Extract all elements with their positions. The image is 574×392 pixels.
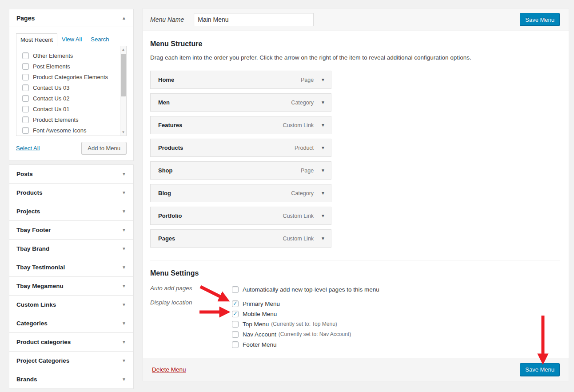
- page-checklist-label: Product Elements: [33, 116, 79, 123]
- chevron-down-icon[interactable]: ▼: [321, 77, 325, 82]
- checkbox[interactable]: ✓: [22, 106, 29, 112]
- pages-panel-header[interactable]: Pages ▲: [9, 9, 133, 27]
- menu-item-type: Product: [295, 145, 314, 151]
- menu-item[interactable]: Portfolio Custom Link ▼: [150, 207, 331, 225]
- auto-add-pages-option[interactable]: ✓ Automatically add new top-level pages …: [232, 284, 379, 294]
- chevron-down-icon: ▼: [122, 340, 126, 344]
- chevron-down-icon[interactable]: ▼: [321, 145, 325, 150]
- scroll-down-icon[interactable]: ▼: [120, 129, 126, 136]
- accordion-label: Posts: [16, 171, 33, 177]
- page-checklist-label: Other Elements: [33, 52, 73, 59]
- menu-structure-description: Drag each item into the order you prefer…: [150, 54, 560, 61]
- chevron-down-icon: ▼: [122, 358, 126, 363]
- display-location-option[interactable]: ✓ Top Menu (Currently set to: Top Menu): [232, 319, 351, 329]
- chevron-down-icon[interactable]: ▼: [321, 191, 325, 196]
- location-checkbox[interactable]: ✓: [232, 321, 239, 328]
- menu-item[interactable]: Blog Category ▼: [150, 184, 331, 202]
- location-checkbox[interactable]: ✓: [232, 331, 239, 338]
- add-to-menu-button[interactable]: Add to Menu: [81, 142, 127, 154]
- auto-add-pages-row: Auto add pages ✓ Automatically add new t…: [150, 284, 560, 294]
- menu-item[interactable]: Products Product ▼: [150, 139, 331, 157]
- menu-item[interactable]: Shop Page ▼: [150, 161, 331, 180]
- menu-settings-title: Menu Settings: [150, 269, 560, 277]
- page-checklist-item[interactable]: ✓ Contact Us 03: [22, 82, 118, 93]
- sidebar-accordion-row[interactable]: Posts ▼: [9, 164, 134, 184]
- sidebar-accordion-row[interactable]: Tbay Testimonial ▼: [9, 258, 134, 277]
- display-location-option[interactable]: ✓ Mobile Menu: [232, 309, 351, 319]
- menu-item[interactable]: Men Category ▼: [150, 93, 331, 112]
- display-location-option[interactable]: ✓ Nav Account (Currently set to: Nav Acc…: [232, 329, 351, 339]
- checkbox[interactable]: ✓: [22, 116, 29, 123]
- sidebar-accordion-row[interactable]: Project Categories ▼: [9, 351, 134, 370]
- chevron-down-icon[interactable]: ▼: [321, 236, 325, 241]
- page-checklist-item[interactable]: ✓ Font Awesome Icons: [22, 125, 118, 136]
- location-checkbox[interactable]: ✓: [232, 300, 239, 307]
- tab-view-all[interactable]: View All: [57, 33, 86, 46]
- delete-menu-link[interactable]: Delete Menu: [152, 366, 186, 373]
- save-menu-button-top[interactable]: Save Menu: [520, 13, 560, 26]
- menu-item-label: Men: [158, 99, 291, 106]
- chevron-down-icon[interactable]: ▼: [321, 123, 325, 128]
- location-current-note: (Currently set to: Nav Account): [279, 331, 351, 337]
- checkbox[interactable]: ✓: [22, 127, 29, 134]
- chevron-down-icon[interactable]: ▼: [321, 100, 325, 105]
- page-checklist-item[interactable]: ✓ Contact Us 01: [22, 104, 118, 114]
- accordion-label: Tbay Brand: [16, 245, 49, 252]
- checkbox[interactable]: ✓: [22, 63, 29, 70]
- menu-item-label: Pages: [158, 235, 283, 242]
- checkbox[interactable]: ✓: [22, 84, 29, 91]
- location-label: Mobile Menu: [243, 311, 277, 317]
- sidebar-accordion-row[interactable]: Categories ▼: [9, 314, 134, 333]
- chevron-up-icon[interactable]: ▲: [122, 16, 126, 20]
- pages-checklist: ▲ ▼ ✓ Other Elements ✓ Post Elements: [16, 46, 127, 136]
- sidebar-accordion-row[interactable]: Tbay Megamenu ▼: [9, 276, 134, 296]
- accordion-label: Products: [16, 189, 43, 196]
- page-checklist-item[interactable]: ✓ Contact Us 02: [22, 93, 118, 104]
- scroll-up-icon[interactable]: ▲: [120, 46, 126, 53]
- pages-panel-title: Pages: [16, 15, 35, 22]
- section-divider: [150, 260, 560, 260]
- page-checklist-item[interactable]: ✓ Product Elements: [22, 114, 118, 125]
- save-menu-button-bottom[interactable]: Save Menu: [520, 363, 560, 376]
- chevron-down-icon[interactable]: ▼: [321, 168, 325, 173]
- sidebar-accordions: Posts ▼ Products ▼ Projects ▼ Tbay Foote…: [9, 164, 134, 389]
- checkbox[interactable]: ✓: [22, 52, 29, 59]
- sidebar: Pages ▲ Most Recent View All Search ▲ ▼: [9, 9, 134, 389]
- location-checkbox[interactable]: ✓: [232, 311, 239, 317]
- chevron-down-icon[interactable]: ▼: [321, 213, 325, 218]
- sidebar-accordion-row[interactable]: Tbay Brand ▼: [9, 239, 134, 258]
- sidebar-accordion-row[interactable]: Projects ▼: [9, 202, 134, 221]
- sidebar-accordion-row[interactable]: Product categories ▼: [9, 332, 134, 352]
- location-current-note: (Currently set to: Top Menu): [271, 321, 337, 327]
- sidebar-accordion-row[interactable]: Products ▼: [9, 183, 134, 202]
- display-location-option[interactable]: ✓ Footer Menu: [232, 340, 351, 349]
- display-location-option[interactable]: ✓ Primary Menu: [232, 299, 351, 308]
- menu-item-label: Portfolio: [158, 212, 283, 219]
- menu-name-bar: Menu Name Save Menu: [143, 8, 569, 31]
- menu-name-input[interactable]: [194, 13, 314, 26]
- tab-search[interactable]: Search: [86, 33, 113, 46]
- tab-most-recent[interactable]: Most Recent: [16, 33, 57, 46]
- chevron-down-icon: ▼: [122, 209, 126, 214]
- menu-item[interactable]: Features Custom Link ▼: [150, 116, 331, 134]
- page-checklist-item[interactable]: ✓ Product Categories Elements: [22, 72, 118, 82]
- accordion-label: Categories: [16, 320, 48, 327]
- menu-item-label: Shop: [158, 167, 301, 174]
- scrollbar[interactable]: ▲ ▼: [120, 46, 126, 136]
- checkbox[interactable]: ✓: [22, 74, 29, 80]
- menu-item-label: Blog: [158, 190, 291, 196]
- sidebar-accordion-row[interactable]: Custom Links ▼: [9, 295, 134, 314]
- sidebar-accordion-row[interactable]: Tbay Footer ▼: [9, 220, 134, 240]
- select-all-link[interactable]: Select All: [16, 145, 40, 152]
- page-checklist-item[interactable]: ✓ Post Elements: [22, 61, 118, 72]
- sidebar-accordion-row[interactable]: Brands ▼: [9, 370, 134, 389]
- pages-panel-body: Most Recent View All Search ▲ ▼ ✓ Other …: [9, 27, 133, 160]
- page-checklist-item[interactable]: ✓ Other Elements: [22, 50, 118, 61]
- scrollbar-thumb[interactable]: [121, 54, 126, 96]
- auto-add-checkbox[interactable]: ✓: [232, 286, 239, 293]
- checkbox[interactable]: ✓: [22, 95, 29, 102]
- menu-item[interactable]: Pages Custom Link ▼: [150, 229, 331, 248]
- menu-item[interactable]: Home Page ▼: [150, 71, 331, 89]
- location-checkbox[interactable]: ✓: [232, 341, 239, 348]
- page-checklist-label: Contact Us 03: [33, 84, 69, 91]
